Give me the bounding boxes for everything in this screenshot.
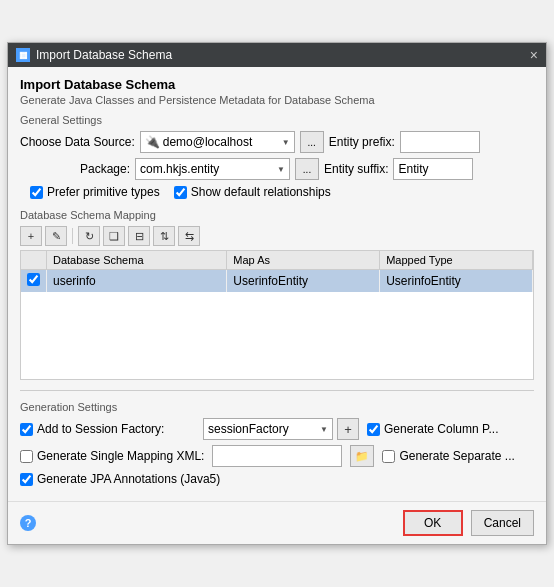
ok-button[interactable]: OK	[403, 510, 463, 536]
dialog-title: Import Database Schema	[36, 48, 172, 62]
row-database-schema: userinfo	[47, 270, 227, 293]
add-session-label: Add to Session Factory:	[37, 422, 164, 436]
dialog-body: Import Database Schema Generate Java Cla…	[8, 67, 546, 501]
row-mapped-type: UserinfoEntity	[380, 270, 533, 293]
package-dropdown-arrow: ▼	[277, 165, 285, 174]
prefer-primitive-checkbox[interactable]	[30, 186, 43, 199]
single-mapping-input[interactable]	[212, 445, 342, 467]
gen-jpa-label: Generate JPA Annotations (Java5)	[37, 472, 220, 486]
gen-settings-label: Generation Settings	[20, 401, 534, 413]
datasource-select[interactable]: 🔌 demo@localhost ▼	[140, 131, 295, 153]
edit-schema-button[interactable]: ✎	[45, 226, 67, 246]
schema-table: Database Schema Map As Mapped Type useri…	[21, 251, 533, 292]
schema-toolbar: + ✎ ↻ ❑ ⊟ ⇅ ⇆	[20, 226, 534, 246]
col-check	[21, 251, 47, 270]
col-mapped-type: Mapped Type	[380, 251, 533, 270]
row-checkbox-cell	[21, 270, 47, 293]
schema-table-body: userinfo UserinfoEntity UserinfoEntity	[21, 270, 533, 293]
db-icon: ▦	[16, 48, 30, 62]
gen-single-label: Generate Single Mapping XML:	[37, 449, 204, 463]
copy-button[interactable]: ❑	[103, 226, 125, 246]
datasource-icon: 🔌	[145, 135, 160, 149]
add-session-checkbox[interactable]	[20, 423, 33, 436]
gen-jpa-checkbox[interactable]	[20, 473, 33, 486]
title-bar: ▦ Import Database Schema ×	[8, 43, 546, 67]
show-default-checkbox[interactable]	[174, 186, 187, 199]
col-map-as: Map As	[227, 251, 380, 270]
row-checkbox[interactable]	[27, 273, 40, 286]
session-dropdown-arrow: ▼	[320, 425, 328, 434]
title-bar-left: ▦ Import Database Schema	[16, 48, 172, 62]
gen-single-item: Generate Single Mapping XML:	[20, 449, 204, 463]
add-session-item: Add to Session Factory:	[20, 422, 195, 436]
datasource-row: Choose Data Source: 🔌 demo@localhost ▼ .…	[20, 131, 534, 153]
entity-suffix-label: Entity suffix:	[324, 162, 388, 176]
session-factory-row: Add to Session Factory: sessionFactory ▼…	[20, 418, 534, 440]
session-factory-select[interactable]: sessionFactory ▼	[203, 418, 333, 440]
single-mapping-browse[interactable]: 📁	[350, 445, 374, 467]
col-database-schema: Database Schema	[47, 251, 227, 270]
general-settings-label: General Settings	[20, 114, 534, 126]
close-button[interactable]: ×	[530, 48, 538, 62]
help-button[interactable]: ?	[20, 515, 36, 531]
cancel-button[interactable]: Cancel	[471, 510, 534, 536]
options-row: Prefer primitive types Show default rela…	[30, 185, 534, 199]
toolbar-separator-1	[72, 228, 73, 244]
session-select-wrap: sessionFactory ▼ +	[203, 418, 359, 440]
gen-column-checkbox[interactable]	[367, 423, 380, 436]
package-browse-button[interactable]: ...	[295, 158, 319, 180]
schema-mapping-label: Database Schema Mapping	[20, 209, 534, 221]
datasource-dropdown-arrow: ▼	[282, 138, 290, 147]
datasource-browse-button[interactable]: ...	[300, 131, 324, 153]
gen-column-item: Generate Column P...	[367, 422, 499, 436]
add-session-button[interactable]: +	[337, 418, 359, 440]
datasource-label: Choose Data Source:	[20, 135, 135, 149]
gen-single-checkbox[interactable]	[20, 450, 33, 463]
generation-settings-section: Generation Settings Add to Session Facto…	[20, 401, 534, 486]
jpa-row: Generate JPA Annotations (Java5)	[20, 472, 534, 486]
section-divider	[20, 390, 534, 391]
import-database-schema-dialog: ▦ Import Database Schema × Import Databa…	[7, 42, 547, 545]
grid-button[interactable]: ⊟	[128, 226, 150, 246]
dialog-footer: ? OK Cancel	[8, 501, 546, 544]
show-default-item: Show default relationships	[174, 185, 331, 199]
page-subtitle: Generate Java Classes and Persistence Me…	[20, 94, 534, 106]
single-mapping-row: Generate Single Mapping XML: 📁 Generate …	[20, 445, 534, 467]
schema-header-row: Database Schema Map As Mapped Type	[21, 251, 533, 270]
show-default-label: Show default relationships	[191, 185, 331, 199]
prefer-primitive-label: Prefer primitive types	[47, 185, 160, 199]
datasource-value: demo@localhost	[163, 135, 278, 149]
package-row: Package: com.hkjs.entity ▼ ... Entity su…	[20, 158, 534, 180]
schema-table-container: Database Schema Map As Mapped Type useri…	[20, 250, 534, 380]
package-value: com.hkjs.entity	[140, 162, 273, 176]
refresh-button[interactable]: ↻	[78, 226, 100, 246]
table-row[interactable]: userinfo UserinfoEntity UserinfoEntity	[21, 270, 533, 293]
add-schema-button[interactable]: +	[20, 226, 42, 246]
dialog-header: Import Database Schema Generate Java Cla…	[20, 77, 534, 106]
schema-mapping-section: Database Schema Mapping + ✎ ↻ ❑ ⊟ ⇅ ⇆	[20, 209, 534, 380]
entity-suffix-input[interactable]	[393, 158, 473, 180]
sort-button[interactable]: ⇅	[153, 226, 175, 246]
schema-table-header: Database Schema Map As Mapped Type	[21, 251, 533, 270]
gen-separate-label: Generate Separate ...	[399, 449, 514, 463]
gen-separate-item: Generate Separate ...	[382, 449, 514, 463]
gen-column-label: Generate Column P...	[384, 422, 499, 436]
sort2-button[interactable]: ⇆	[178, 226, 200, 246]
gen-jpa-item: Generate JPA Annotations (Java5)	[20, 472, 220, 486]
prefer-primitive-item: Prefer primitive types	[30, 185, 160, 199]
gen-separate-checkbox[interactable]	[382, 450, 395, 463]
entity-prefix-input[interactable]	[400, 131, 480, 153]
page-title: Import Database Schema	[20, 77, 534, 92]
row-map-as: UserinfoEntity	[227, 270, 380, 293]
package-select[interactable]: com.hkjs.entity ▼	[135, 158, 290, 180]
package-label: Package:	[20, 162, 130, 176]
entity-prefix-label: Entity prefix:	[329, 135, 395, 149]
session-value: sessionFactory	[208, 422, 316, 436]
